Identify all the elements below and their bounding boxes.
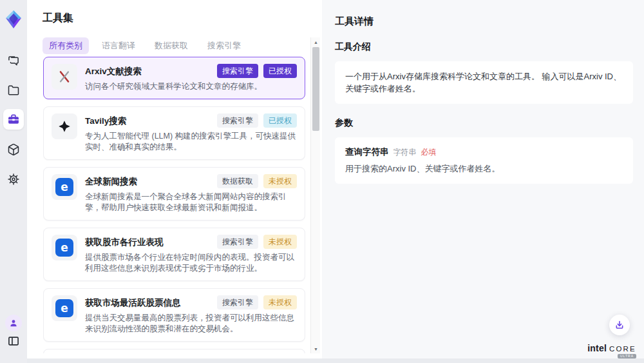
tool-name: Tavily搜索 (85, 113, 126, 127)
star-icon (52, 113, 77, 139)
sidebar-item-gear[interactable] (7, 173, 20, 186)
toolbox-icon (7, 113, 20, 126)
tool-desc: 专为人工智能代理 (LLM) 构建的搜索引擎工具，可快速提供实时、准确和真实的结… (85, 131, 297, 153)
tool-card[interactable]: Arxiv文献搜索搜索引擎已授权访问各个研究领域大量科学论文和文章的存储库。 (43, 57, 305, 99)
tab-2[interactable]: 数据获取 (148, 37, 194, 54)
toolset-title: 工具集 (43, 12, 73, 25)
category-tag: 数据获取 (217, 174, 258, 188)
tool-card[interactable]: e获取股市各行业表现搜索引擎未授权提供股票市场各个行业在特定时间段内的表现。投资… (43, 228, 305, 281)
download-icon (614, 320, 625, 330)
tool-desc: 提供当天交易量最高的股票列表，投资者可以利用这些信息来识别流动性强的股票和潜在的… (85, 313, 297, 335)
tab-0[interactable]: 所有类别 (43, 37, 89, 54)
sidebar-item-user-avatar[interactable] (5, 315, 22, 331)
param-required-badge: 必填 (421, 147, 437, 158)
sidebar-item-panel-layout[interactable] (7, 335, 20, 348)
tool-detail-panel: 工具详情 工具介绍 一个用于从Arxiv存储库搜索科学论文和文章的工具。 输入可… (322, 0, 644, 358)
scroll-down-arrow[interactable]: ▼ (311, 344, 321, 353)
tool-list: Arxiv文献搜索搜索引擎已授权访问各个研究领域大量科学论文和文章的存储库。Ta… (43, 57, 305, 353)
tool-name: 全球新闻搜索 (85, 174, 137, 188)
category-tabs: 所有类别语言翻译数据获取搜索引擎 (43, 37, 247, 54)
category-tag: 搜索引擎 (217, 235, 258, 249)
scroll-up-arrow[interactable]: ▲ (311, 37, 321, 46)
intro-card: 一个用于从Arxiv存储库搜索科学论文和文章的工具。 输入可以是Arxiv ID… (335, 61, 633, 104)
auth-status-badge: 未授权 (263, 174, 297, 188)
tool-card[interactable]: Tavily搜索搜索引擎已授权专为人工智能代理 (LLM) 构建的搜索引擎工具，… (43, 106, 305, 160)
category-tag: 搜索引擎 (217, 64, 258, 78)
scrollbar-thumb[interactable] (312, 47, 319, 131)
tab-1[interactable]: 语言翻译 (95, 37, 142, 54)
intel-core-logo: intel CORE ULTRA (587, 343, 636, 353)
toolset-panel: 工具集 所有类别语言翻译数据获取搜索引擎 Arxiv文献搜索搜索引擎已授权访问各… (27, 0, 322, 358)
brand-ultra-badge: ULTRA (618, 354, 636, 358)
auth-status-badge: 未授权 (263, 235, 297, 249)
param-card: 查询字符串 字符串 必填 用于搜索的Arxiv ID、关键字或作者姓名。 (335, 137, 633, 184)
param-desc: 用于搜索的Arxiv ID、关键字或作者姓名。 (345, 163, 623, 175)
list-scrollbar[interactable]: ▲ ▼ (310, 37, 320, 353)
tab-3[interactable]: 搜索引擎 (201, 37, 247, 54)
sidebar-item-cube[interactable] (7, 143, 20, 156)
chat-icon (7, 55, 20, 68)
param-type: 字符串 (393, 147, 417, 158)
folder-icon (7, 84, 20, 97)
params-heading: 参数 (335, 117, 631, 129)
category-tag: 搜索引擎 (217, 113, 258, 128)
blue-e-icon: e (52, 235, 77, 260)
auth-status-badge: 已授权 (263, 64, 297, 78)
user-avatar-icon (9, 319, 18, 328)
brand-core-text: CORE (609, 345, 636, 353)
sidebar-rail (0, 0, 27, 363)
brand-intel-text: intel (587, 343, 607, 353)
tool-desc: 提供股票市场各个行业在特定时间段内的表现。投资者可以利用这些信息来识别表现优于或… (85, 252, 297, 274)
tool-desc: 全球新闻搜索是一个聚合全球各大新闻网站内容的搜索引擎，帮助用户快速获取全球最新资… (85, 191, 297, 213)
auth-status-badge: 未授权 (263, 295, 297, 309)
intro-heading: 工具介绍 (335, 41, 631, 53)
download-button[interactable] (609, 315, 630, 335)
detail-title: 工具详情 (335, 15, 631, 28)
category-tag: 搜索引擎 (217, 295, 258, 309)
app-logo[interactable] (5, 10, 23, 29)
tool-desc: 访问各个研究领域大量科学论文和文章的存储库。 (85, 81, 297, 92)
sidebar-item-folder[interactable] (7, 84, 20, 97)
arxiv-icon (52, 64, 77, 90)
tool-name: 获取市场最活跃股票信息 (85, 295, 181, 309)
tool-card[interactable]: 万维地区新闻查询搜索引擎未授权查询具体行政区划内的新闻，快速了解各地新闻动 (43, 349, 305, 353)
blue-e-icon: e (52, 174, 77, 200)
panel-layout-icon (7, 335, 20, 348)
intro-text: 一个用于从Arxiv存储库搜索科学论文和文章的工具。 输入可以是Arxiv ID… (345, 70, 623, 95)
tool-name: 获取股市各行业表现 (85, 235, 164, 248)
sidebar-item-toolbox[interactable] (3, 109, 24, 130)
sidebar-item-chat[interactable] (7, 55, 20, 68)
blue-e-icon: e (52, 295, 77, 321)
gear-icon (7, 173, 20, 186)
tool-card[interactable]: e全球新闻搜索数据获取未授权全球新闻搜索是一个聚合全球各大新闻网站内容的搜索引擎… (43, 167, 305, 221)
auth-status-badge: 已授权 (263, 113, 297, 128)
tool-card[interactable]: e获取市场最活跃股票信息搜索引擎未授权提供当天交易量最高的股票列表，投资者可以利… (43, 288, 305, 342)
cube-icon (7, 143, 20, 156)
param-name: 查询字符串 (345, 146, 389, 158)
tool-name: Arxiv文献搜索 (85, 64, 142, 77)
